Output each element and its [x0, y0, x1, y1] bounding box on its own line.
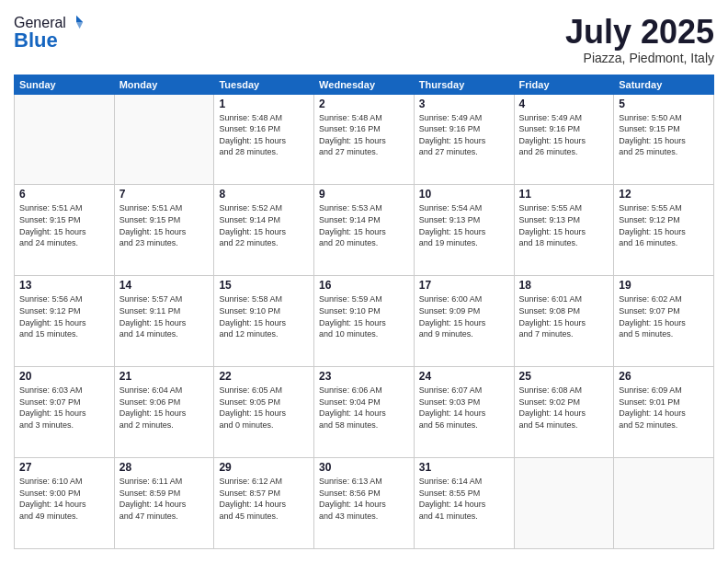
- day-info: Sunrise: 5:55 AM Sunset: 9:13 PM Dayligh…: [519, 202, 609, 248]
- day-info: Sunrise: 5:49 AM Sunset: 9:16 PM Dayligh…: [519, 112, 609, 158]
- month-title: July 2025: [565, 14, 714, 51]
- day-info: Sunrise: 5:50 AM Sunset: 9:15 PM Dayligh…: [619, 112, 709, 158]
- calendar-cell: 17Sunrise: 6:00 AM Sunset: 9:09 PM Dayli…: [414, 276, 514, 367]
- calendar-cell: 21Sunrise: 6:04 AM Sunset: 9:06 PM Dayli…: [114, 367, 214, 458]
- day-info: Sunrise: 6:09 AM Sunset: 9:01 PM Dayligh…: [619, 385, 709, 431]
- day-number: 6: [19, 188, 109, 201]
- day-number: 10: [419, 188, 509, 201]
- calendar-cell: 2Sunrise: 5:48 AM Sunset: 9:16 PM Daylig…: [314, 94, 415, 185]
- day-number: 18: [519, 279, 609, 292]
- day-number: 26: [619, 370, 709, 383]
- day-number: 21: [119, 370, 210, 383]
- calendar-cell: 5Sunrise: 5:50 AM Sunset: 9:15 PM Daylig…: [614, 94, 714, 185]
- calendar-cell: 14Sunrise: 5:57 AM Sunset: 9:11 PM Dayli…: [114, 276, 214, 367]
- calendar-week-row: 27Sunrise: 6:10 AM Sunset: 9:00 PM Dayli…: [15, 458, 714, 549]
- calendar-cell: 15Sunrise: 5:58 AM Sunset: 9:10 PM Dayli…: [214, 276, 314, 367]
- calendar-cell: 27Sunrise: 6:10 AM Sunset: 9:00 PM Dayli…: [15, 458, 115, 549]
- day-info: Sunrise: 6:10 AM Sunset: 9:00 PM Dayligh…: [19, 476, 109, 522]
- day-info: Sunrise: 5:57 AM Sunset: 9:11 PM Dayligh…: [119, 293, 210, 339]
- day-number: 9: [319, 188, 409, 201]
- calendar-cell: 10Sunrise: 5:54 AM Sunset: 9:13 PM Dayli…: [414, 185, 514, 276]
- day-of-week-header: Saturday: [614, 75, 714, 94]
- day-number: 25: [519, 370, 609, 383]
- day-number: 5: [619, 98, 709, 110]
- calendar-header-row: SundayMondayTuesdayWednesdayThursdayFrid…: [15, 75, 714, 94]
- day-number: 30: [319, 461, 409, 474]
- day-number: 19: [619, 279, 709, 292]
- calendar-cell: 28Sunrise: 6:11 AM Sunset: 8:59 PM Dayli…: [114, 458, 214, 549]
- calendar-week-row: 20Sunrise: 6:03 AM Sunset: 9:07 PM Dayli…: [15, 367, 714, 458]
- day-number: 2: [319, 98, 409, 110]
- calendar-cell: [614, 458, 714, 549]
- day-info: Sunrise: 6:08 AM Sunset: 9:02 PM Dayligh…: [519, 385, 609, 431]
- calendar-cell: 20Sunrise: 6:03 AM Sunset: 9:07 PM Dayli…: [15, 367, 115, 458]
- day-number: 14: [119, 279, 210, 292]
- day-number: 1: [219, 98, 309, 110]
- day-info: Sunrise: 6:04 AM Sunset: 9:06 PM Dayligh…: [119, 385, 210, 431]
- calendar-cell: [514, 458, 614, 549]
- calendar-cell: [15, 94, 115, 185]
- calendar-cell: 8Sunrise: 5:52 AM Sunset: 9:14 PM Daylig…: [214, 185, 314, 276]
- day-info: Sunrise: 5:58 AM Sunset: 9:10 PM Dayligh…: [219, 293, 309, 339]
- day-number: 15: [219, 279, 309, 292]
- day-number: 20: [19, 370, 109, 383]
- calendar-cell: 29Sunrise: 6:12 AM Sunset: 8:57 PM Dayli…: [214, 458, 314, 549]
- calendar-cell: 18Sunrise: 6:01 AM Sunset: 9:08 PM Dayli…: [514, 276, 614, 367]
- day-number: 13: [19, 279, 109, 292]
- day-info: Sunrise: 6:00 AM Sunset: 9:09 PM Dayligh…: [419, 293, 509, 339]
- day-info: Sunrise: 5:55 AM Sunset: 9:12 PM Dayligh…: [619, 202, 709, 248]
- day-number: 27: [19, 461, 109, 474]
- day-of-week-header: Monday: [114, 75, 214, 94]
- day-of-week-header: Sunday: [15, 75, 115, 94]
- calendar-cell: 7Sunrise: 5:51 AM Sunset: 9:15 PM Daylig…: [114, 185, 214, 276]
- day-info: Sunrise: 6:02 AM Sunset: 9:07 PM Dayligh…: [619, 293, 709, 339]
- day-info: Sunrise: 5:53 AM Sunset: 9:14 PM Dayligh…: [319, 202, 409, 248]
- calendar-cell: 12Sunrise: 5:55 AM Sunset: 9:12 PM Dayli…: [614, 185, 714, 276]
- day-number: 22: [219, 370, 309, 383]
- logo-icon: [68, 14, 85, 30]
- day-of-week-header: Friday: [514, 75, 614, 94]
- day-info: Sunrise: 6:12 AM Sunset: 8:57 PM Dayligh…: [219, 476, 309, 522]
- day-of-week-header: Thursday: [414, 75, 514, 94]
- day-number: 17: [419, 279, 509, 292]
- title-block: July 2025 Piazza, Piedmont, Italy: [565, 14, 714, 65]
- day-number: 12: [619, 188, 709, 201]
- calendar-cell: 11Sunrise: 5:55 AM Sunset: 9:13 PM Dayli…: [514, 185, 614, 276]
- day-info: Sunrise: 6:11 AM Sunset: 8:59 PM Dayligh…: [119, 476, 210, 522]
- calendar-cell: 24Sunrise: 6:07 AM Sunset: 9:03 PM Dayli…: [414, 367, 514, 458]
- day-info: Sunrise: 5:52 AM Sunset: 9:14 PM Dayligh…: [219, 202, 309, 248]
- day-number: 28: [119, 461, 210, 474]
- day-of-week-header: Wednesday: [314, 75, 415, 94]
- calendar-cell: 16Sunrise: 5:59 AM Sunset: 9:10 PM Dayli…: [314, 276, 415, 367]
- calendar-week-row: 1Sunrise: 5:48 AM Sunset: 9:16 PM Daylig…: [15, 94, 714, 185]
- calendar-cell: 9Sunrise: 5:53 AM Sunset: 9:14 PM Daylig…: [314, 185, 415, 276]
- day-info: Sunrise: 6:13 AM Sunset: 8:56 PM Dayligh…: [319, 476, 409, 522]
- day-info: Sunrise: 6:03 AM Sunset: 9:07 PM Dayligh…: [19, 385, 109, 431]
- header: General Blue July 2025 Piazza, Piedmont,…: [14, 14, 714, 65]
- calendar-week-row: 6Sunrise: 5:51 AM Sunset: 9:15 PM Daylig…: [15, 185, 714, 276]
- day-info: Sunrise: 5:51 AM Sunset: 9:15 PM Dayligh…: [19, 202, 109, 248]
- logo-blue-text: Blue: [14, 29, 85, 52]
- calendar-cell: 13Sunrise: 5:56 AM Sunset: 9:12 PM Dayli…: [15, 276, 115, 367]
- day-number: 29: [219, 461, 309, 474]
- logo: General Blue: [14, 14, 85, 52]
- calendar-cell: 23Sunrise: 6:06 AM Sunset: 9:04 PM Dayli…: [314, 367, 415, 458]
- calendar-cell: [114, 94, 214, 185]
- day-number: 7: [119, 188, 210, 201]
- calendar-cell: 31Sunrise: 6:14 AM Sunset: 8:55 PM Dayli…: [414, 458, 514, 549]
- calendar-cell: 6Sunrise: 5:51 AM Sunset: 9:15 PM Daylig…: [15, 185, 115, 276]
- day-number: 3: [419, 98, 509, 110]
- calendar-cell: 19Sunrise: 6:02 AM Sunset: 9:07 PM Dayli…: [614, 276, 714, 367]
- day-number: 8: [219, 188, 309, 201]
- calendar-cell: 4Sunrise: 5:49 AM Sunset: 9:16 PM Daylig…: [514, 94, 614, 185]
- day-of-week-header: Tuesday: [214, 75, 314, 94]
- day-number: 11: [519, 188, 609, 201]
- day-number: 16: [319, 279, 409, 292]
- calendar-cell: 26Sunrise: 6:09 AM Sunset: 9:01 PM Dayli…: [614, 367, 714, 458]
- day-number: 24: [419, 370, 509, 383]
- calendar-cell: 1Sunrise: 5:48 AM Sunset: 9:16 PM Daylig…: [214, 94, 314, 185]
- day-number: 4: [519, 98, 609, 110]
- day-info: Sunrise: 5:54 AM Sunset: 9:13 PM Dayligh…: [419, 202, 509, 248]
- day-number: 31: [419, 461, 509, 474]
- day-info: Sunrise: 5:56 AM Sunset: 9:12 PM Dayligh…: [19, 293, 109, 339]
